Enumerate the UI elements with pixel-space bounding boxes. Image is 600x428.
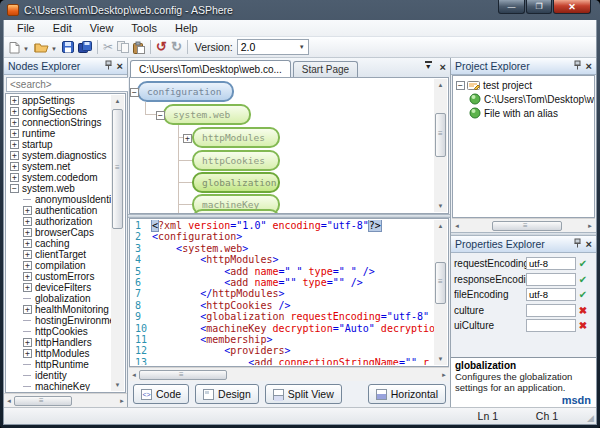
scroll-up-icon[interactable]: ▲	[115, 95, 121, 107]
title-bar[interactable]: C:\Users\Tom\Desktop\web.config - ASPher…	[3, 0, 597, 20]
menu-item-edit[interactable]: Edit	[44, 20, 81, 36]
new-file-dropdown-icon[interactable]: ▼	[23, 46, 29, 52]
tree-item-deviceFilters[interactable]: +deviceFilters	[7, 282, 111, 293]
diagram-node-httpModules[interactable]: httpModules	[192, 127, 280, 148]
tree-item-httpCookies[interactable]: httpCookies	[7, 326, 111, 337]
tree-item-system.diagnostics[interactable]: +system.diagnostics	[7, 150, 111, 161]
redo-button[interactable]: ↻	[169, 38, 184, 56]
project-file-item[interactable]: C:\Users\Tom\Desktop\we	[455, 92, 594, 106]
expander-icon[interactable]: +	[23, 349, 32, 358]
pin-icon[interactable]	[104, 60, 113, 72]
tree-item-hostingEnvironment[interactable]: hostingEnvironment	[7, 315, 111, 326]
tab-list-dropdown-icon[interactable]: ▼	[425, 61, 432, 73]
code-line[interactable]: 12 <providers>	[131, 345, 434, 356]
menu-item-help[interactable]: Help	[166, 20, 207, 36]
tree-item-clientTarget[interactable]: +clientTarget	[7, 249, 111, 260]
new-file-button[interactable]	[7, 38, 23, 56]
code-horizontal-scrollbar[interactable]: ◄ ►	[129, 367, 449, 381]
scroll-right-icon[interactable]: ►	[441, 369, 447, 381]
tree-item-startup[interactable]: +startup	[7, 139, 111, 150]
tree-item-system.codedom[interactable]: +system.codedom	[7, 172, 111, 183]
close-tab-icon[interactable]: ×	[440, 61, 446, 73]
close-panel-icon[interactable]: ×	[586, 61, 592, 71]
save-all-button[interactable]	[76, 38, 94, 56]
code-line[interactable]: 9 <globalization requestEncoding="utf-8"…	[131, 311, 434, 322]
version-combobox[interactable]: 2.0 ▼	[237, 39, 309, 55]
tree-item-appSettings[interactable]: +appSettings	[7, 95, 111, 106]
expander-icon[interactable]: +	[23, 228, 32, 237]
expander-icon[interactable]: +	[23, 272, 32, 281]
tree-item-authorization[interactable]: +authorization	[7, 216, 111, 227]
scroll-down-icon[interactable]: ▼	[438, 353, 444, 365]
expander-icon[interactable]: +	[23, 338, 32, 347]
scroll-right-icon[interactable]: ►	[587, 220, 593, 232]
pin-icon[interactable]	[573, 238, 582, 250]
property-value-input[interactable]	[526, 273, 576, 286]
tree-item-healthMonitoring[interactable]: +healthMonitoring	[7, 304, 111, 315]
code-line[interactable]: 11 <membership>	[131, 334, 434, 345]
project-root-item[interactable]: −test project	[455, 78, 594, 92]
minimize-button[interactable]: —	[498, 0, 525, 14]
expander-icon[interactable]: +	[10, 151, 19, 160]
tree-item-connectionStrings[interactable]: +connectionStrings	[7, 117, 111, 128]
expander-icon[interactable]: +	[10, 107, 19, 116]
diagram-node-globalization[interactable]: globalization	[192, 172, 280, 193]
tree-item-customErrors[interactable]: +customErrors	[7, 271, 111, 282]
property-value-input[interactable]	[526, 304, 576, 317]
code-line[interactable]: 8 <httpCookies />	[131, 300, 434, 311]
expander-icon[interactable]: +	[10, 129, 19, 138]
code-line[interactable]: 2<configuration>	[131, 231, 434, 242]
scrollbar-thumb[interactable]	[14, 396, 72, 406]
property-value-input[interactable]: utf-8	[526, 257, 576, 270]
copy-button[interactable]	[115, 38, 131, 56]
expander-icon[interactable]: +	[23, 206, 32, 215]
tree-item-machineKey[interactable]: machineKey	[7, 381, 111, 391]
scroll-down-icon[interactable]: ▼	[438, 200, 444, 212]
expander-icon[interactable]: +	[10, 162, 19, 171]
property-value-input[interactable]: utf-8	[526, 288, 576, 301]
maximize-button[interactable]: ❐	[526, 0, 552, 14]
tree-item-httpHandlers[interactable]: +httpHandlers	[7, 337, 111, 348]
menu-item-file[interactable]: File	[8, 20, 44, 36]
menu-item-tools[interactable]: Tools	[122, 20, 166, 36]
expander-icon[interactable]: +	[23, 250, 32, 259]
code-line[interactable]: 4 <httpModules>	[131, 254, 434, 265]
expander-icon[interactable]: +	[23, 305, 32, 314]
design-view-button[interactable]: Design	[195, 384, 259, 404]
expander-icon[interactable]: +	[10, 173, 19, 182]
expander-icon[interactable]: −	[10, 184, 19, 193]
tree-item-compilation[interactable]: +compilation	[7, 260, 111, 271]
nodes-tree-horizontal-scrollbar[interactable]: ◄ ►	[4, 393, 127, 407]
code-line[interactable]: 13 <add connectionStringName="" r	[131, 357, 434, 365]
scroll-up-icon[interactable]: ▲	[438, 220, 444, 232]
expander-icon[interactable]: +	[10, 118, 19, 127]
diagram-node-configuration[interactable]: configuration	[137, 81, 234, 102]
paste-button[interactable]	[131, 38, 147, 56]
tree-item-system.web[interactable]: −system.web	[7, 183, 111, 194]
code-line[interactable]: 1<?xml version="1.0" encoding="utf-8"?>	[131, 220, 434, 231]
expander-icon[interactable]: +	[23, 283, 32, 292]
msdn-link[interactable]: msdn	[562, 394, 591, 406]
scrollbar-thumb[interactable]	[112, 109, 123, 229]
search-input[interactable]	[6, 77, 146, 92]
diagram-node-httpCookies[interactable]: httpCookies	[192, 150, 280, 171]
code-view-button[interactable]: <>Code	[133, 384, 189, 404]
tree-item-httpRuntime[interactable]: httpRuntime	[7, 359, 111, 370]
code-line[interactable]: 6 <add name="" type="" />	[131, 277, 434, 288]
expander-icon[interactable]: +	[23, 261, 32, 270]
expander-icon[interactable]: +	[23, 217, 32, 226]
close-panel-icon[interactable]: ×	[586, 239, 592, 249]
code-vertical-scrollbar[interactable]: ▲ ▼	[434, 220, 447, 365]
close-button[interactable]: ✕	[553, 0, 591, 14]
tab-start-page[interactable]: Start Page	[293, 61, 358, 77]
tree-item-anonymousIdentifica[interactable]: anonymousIdentifica	[7, 194, 111, 205]
expander-icon[interactable]: −	[130, 88, 139, 97]
code-line[interactable]: 7 </httpModules>	[131, 288, 434, 299]
diagram-node-partial[interactable]	[192, 209, 280, 214]
diagram-node-system.web[interactable]: system.web	[163, 104, 251, 125]
scrollbar-thumb[interactable]	[435, 113, 446, 157]
cut-button[interactable]: ✂	[101, 38, 115, 56]
tree-item-runtime[interactable]: +runtime	[7, 128, 111, 139]
scroll-down-icon[interactable]: ▼	[115, 379, 121, 391]
tree-item-browserCaps[interactable]: +browserCaps	[7, 227, 111, 238]
